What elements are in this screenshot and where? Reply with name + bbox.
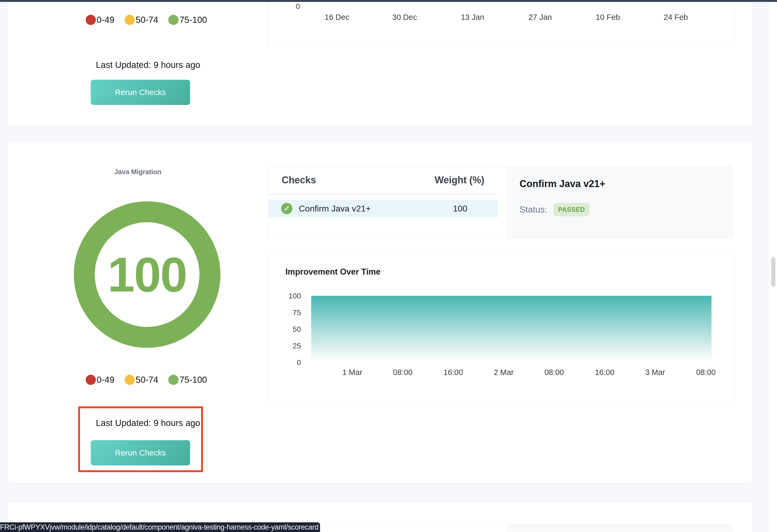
legend-item-red: 0-49: [86, 375, 114, 385]
checks-table: Checks Weight (%) ✓ Confirm Java v21+ 10…: [268, 166, 498, 238]
scrollbar-thumb[interactable]: [771, 257, 775, 287]
column-header-weight: Weight (%): [435, 174, 484, 186]
x-tick: 3 Mar: [645, 368, 665, 377]
link-preview-url: FRCi-pfWPYXVjvw/module/idp/catalog/defau…: [0, 523, 318, 531]
browser-top-strip: [0, 0, 777, 2]
x-tick: 16 Dec: [325, 13, 349, 22]
y-tick: 0: [279, 358, 301, 367]
y-tick: 50: [279, 325, 301, 334]
legend-dot-yellow: [125, 375, 135, 385]
legend-item-yellow: 50-74: [125, 375, 158, 385]
check-details-panel: Confirm Java v21+ Status: PASSED: [506, 166, 733, 238]
y-tick: 100: [279, 292, 301, 300]
x-tick: 27 Jan: [528, 13, 552, 22]
column-header-checks: Checks: [282, 174, 316, 186]
x-tick: 08:00: [393, 368, 413, 377]
legend-label: 50-74: [136, 375, 158, 385]
legend-dot-red: [86, 375, 96, 385]
check-circle-icon: ✓: [281, 203, 293, 214]
legend-item-green: 75-100: [169, 15, 207, 25]
scorecard-card-java-migration: Java Migration 100 0-49 50-74 75-100 Las…: [7, 141, 753, 483]
legend-dot-red: [86, 15, 96, 25]
check-name: Confirm Java v21+: [299, 204, 371, 214]
y-axis-tick-zero: 0: [287, 2, 300, 11]
legend-label: 75-100: [179, 375, 207, 385]
link-preview-statusbar: FRCi-pfWPYXVjvw/module/idp/catalog/defau…: [0, 522, 320, 532]
last-updated-text: Last Updated: 9 hours ago: [18, 418, 278, 428]
rerun-checks-button[interactable]: Rerun Checks: [91, 440, 190, 466]
score-value: 100: [72, 200, 222, 350]
x-tick: 30 Dec: [392, 13, 417, 22]
last-updated-text: Last Updated: 9 hours ago: [18, 60, 278, 70]
check-details-panel-partial: [506, 525, 733, 532]
x-tick: 16:00: [595, 368, 615, 377]
check-weight-value: 100: [440, 200, 480, 218]
legend-label: 75-100: [179, 15, 207, 25]
check-status-row: Status: PASSED: [520, 203, 589, 216]
scorecard-card-top-partial: 0-49 50-74 75-100 Last Updated: 9 hours …: [7, 2, 753, 126]
scrollbar-track[interactable]: [770, 2, 777, 532]
legend-item-green: 75-100: [169, 375, 207, 385]
x-tick: 08:00: [696, 368, 716, 377]
check-details-title: Confirm Java v21+: [520, 178, 605, 189]
legend-dot-green: [169, 375, 179, 385]
x-tick: 08:00: [545, 368, 564, 377]
x-tick: 13 Jan: [461, 13, 484, 22]
area-series-score: [311, 296, 711, 363]
x-tick: 10 Feb: [596, 13, 620, 22]
legend-item-red: 0-49: [86, 15, 114, 25]
legend-item-yellow: 50-74: [125, 15, 158, 25]
score-gauge: 100: [72, 200, 222, 350]
legend-dot-green: [169, 15, 179, 25]
rerun-checks-button[interactable]: Rerun Checks: [91, 80, 190, 105]
x-tick: 1 Mar: [342, 368, 362, 377]
checks-table-header: Checks Weight (%): [268, 166, 498, 194]
trend-chart-partial: 0 16 Dec 30 Dec 13 Jan 27 Jan 10 Feb 24 …: [268, 2, 735, 46]
x-tick: 24 Feb: [664, 13, 688, 22]
status-badge: PASSED: [554, 203, 589, 216]
checks-panel: Checks Weight (%) ✓ Confirm Java v21+ 10…: [268, 166, 733, 238]
y-tick: 75: [279, 308, 301, 317]
score-legend: 0-49 50-74 75-100: [86, 15, 207, 25]
legend-label: 0-49: [97, 15, 114, 25]
status-label: Status:: [520, 205, 547, 215]
improvement-chart-card: Improvement Over Time 100 75 50 25 0 1 M…: [268, 253, 735, 406]
score-legend: 0-49 50-74 75-100: [86, 375, 207, 385]
x-tick: 16:00: [444, 368, 463, 377]
y-tick: 25: [279, 342, 301, 350]
legend-label: 50-74: [136, 15, 158, 25]
checks-panel-partial: [268, 524, 733, 532]
scorecard-title: Java Migration: [8, 168, 268, 176]
chart-title: Improvement Over Time: [286, 267, 380, 277]
x-tick: 2 Mar: [494, 368, 514, 377]
legend-label: 0-49: [97, 375, 114, 385]
legend-dot-yellow: [125, 15, 135, 25]
